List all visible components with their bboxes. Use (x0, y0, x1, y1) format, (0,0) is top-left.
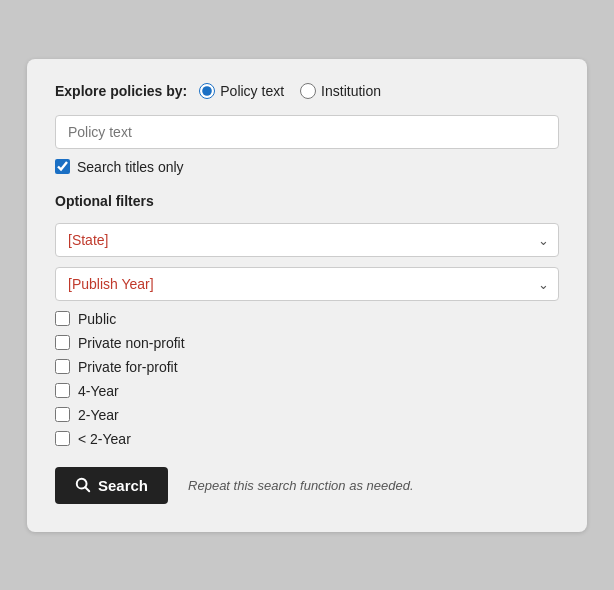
checkbox-private-nonprofit[interactable]: Private non-profit (55, 335, 559, 351)
state-select-wrapper: [State] ⌄ (55, 223, 559, 257)
checkbox-four-year-input[interactable] (55, 383, 70, 398)
radio-policy-text-input[interactable] (199, 83, 215, 99)
year-select[interactable]: [Publish Year] (55, 267, 559, 301)
svg-line-1 (85, 487, 89, 491)
checkbox-private-forprofit-label[interactable]: Private for-profit (78, 359, 178, 375)
search-titles-only-row[interactable]: Search titles only (55, 159, 559, 175)
policy-text-input[interactable] (55, 115, 559, 149)
search-titles-checkbox[interactable] (55, 159, 70, 174)
checkbox-less-two-year-input[interactable] (55, 431, 70, 446)
explore-row: Explore policies by: Policy text Institu… (55, 83, 559, 99)
search-button[interactable]: Search (55, 467, 168, 504)
checkbox-two-year-label[interactable]: 2-Year (78, 407, 119, 423)
checkbox-private-nonprofit-input[interactable] (55, 335, 70, 350)
radio-institution[interactable]: Institution (300, 83, 381, 99)
search-titles-label[interactable]: Search titles only (77, 159, 184, 175)
optional-filters-label: Optional filters (55, 193, 559, 209)
main-card: Explore policies by: Policy text Institu… (27, 59, 587, 532)
checkbox-private-forprofit[interactable]: Private for-profit (55, 359, 559, 375)
institution-checkboxes: Public Private non-profit Private for-pr… (55, 311, 559, 447)
bottom-row: Search Repeat this search function as ne… (55, 467, 559, 504)
checkbox-four-year-label[interactable]: 4-Year (78, 383, 119, 399)
explore-label: Explore policies by: (55, 83, 187, 99)
year-select-wrapper: [Publish Year] ⌄ (55, 267, 559, 301)
radio-institution-input[interactable] (300, 83, 316, 99)
repeat-text: Repeat this search function as needed. (188, 478, 413, 493)
search-icon (75, 477, 91, 493)
checkbox-public-label[interactable]: Public (78, 311, 116, 327)
checkbox-two-year[interactable]: 2-Year (55, 407, 559, 423)
state-select[interactable]: [State] (55, 223, 559, 257)
checkbox-less-two-year[interactable]: < 2-Year (55, 431, 559, 447)
checkbox-private-forprofit-input[interactable] (55, 359, 70, 374)
search-input-container (55, 115, 559, 149)
radio-policy-text[interactable]: Policy text (199, 83, 284, 99)
checkbox-less-two-year-label[interactable]: < 2-Year (78, 431, 131, 447)
radio-policy-text-label[interactable]: Policy text (220, 83, 284, 99)
checkbox-public[interactable]: Public (55, 311, 559, 327)
radio-group: Policy text Institution (199, 83, 381, 99)
radio-institution-label[interactable]: Institution (321, 83, 381, 99)
checkbox-two-year-input[interactable] (55, 407, 70, 422)
checkbox-four-year[interactable]: 4-Year (55, 383, 559, 399)
checkbox-private-nonprofit-label[interactable]: Private non-profit (78, 335, 185, 351)
search-button-label: Search (98, 477, 148, 494)
checkbox-public-input[interactable] (55, 311, 70, 326)
